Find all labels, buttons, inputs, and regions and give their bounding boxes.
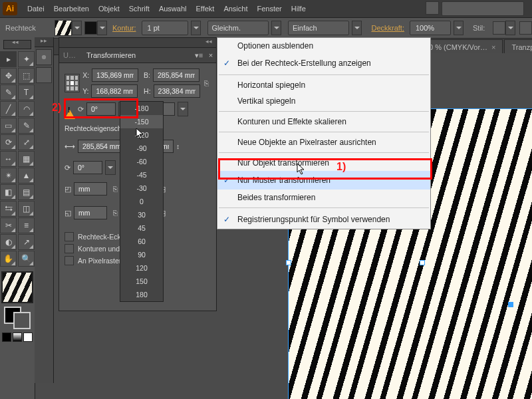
flyout-menu-item[interactable]: Bei der Rechteck-Erstellung anzeigen — [217, 54, 430, 72]
column-graph-tool[interactable]: ≡ — [18, 217, 35, 233]
rotate-field[interactable] — [86, 102, 116, 116]
angle-option[interactable]: 0 — [120, 195, 163, 208]
stroke-label[interactable]: Kontur: — [107, 24, 141, 32]
mesh-tool[interactable]: ◧ — [0, 184, 17, 200]
flyout-menu-item[interactable]: Beides transformieren — [217, 190, 430, 205]
flyout-menu-item[interactable]: Registrierungspunkt für Symbol verwenden — [217, 210, 430, 229]
flyout-menu-item[interactable]: Nur Muster transformieren — [217, 171, 430, 190]
angle-option[interactable]: 30 — [120, 208, 163, 221]
stroke-square[interactable] — [13, 312, 31, 329]
angle-option[interactable]: -180 — [120, 102, 163, 115]
fill-swatch[interactable] — [55, 20, 72, 36]
panel-flyout-icon[interactable]: ▾≡ — [192, 51, 205, 60]
zoom-tool[interactable]: 🔍 — [18, 251, 35, 267]
workspace-dropdown[interactable] — [426, 1, 439, 15]
link-wh-icon[interactable]: ⎘ — [203, 73, 211, 93]
fill-stroke-indicator[interactable] — [3, 307, 32, 329]
live-corner-widget[interactable] — [508, 302, 513, 307]
menu-item[interactable]: Schrift — [124, 0, 154, 17]
document-tab[interactable]: Tranzparenz… — [504, 39, 532, 55]
menu-item[interactable]: Objekt — [94, 0, 124, 17]
panel-collapse[interactable]: ◂◂ — [59, 38, 216, 48]
rect-rotate-dropdown[interactable] — [105, 160, 116, 175]
scale-tool[interactable]: ⤢ — [18, 134, 35, 150]
direct-selection-tool[interactable]: ✦ — [18, 51, 35, 67]
angle-option[interactable]: 120 — [120, 261, 163, 275]
rect-rotate-field[interactable] — [73, 161, 102, 174]
angle-option[interactable]: -150 — [120, 115, 163, 128]
angle-option[interactable]: 45 — [120, 221, 163, 235]
magic-wand-tool[interactable]: ✥ — [0, 68, 17, 84]
w-field[interactable] — [153, 68, 200, 82]
menu-item[interactable]: Ansicht — [219, 0, 252, 17]
fill-dropdown[interactable] — [72, 21, 82, 35]
width-tool[interactable]: ↔ — [0, 151, 17, 167]
current-fill-swatch[interactable] — [1, 271, 33, 303]
angle-option[interactable]: 90 — [120, 248, 163, 261]
corner-bl-field[interactable] — [74, 206, 107, 219]
stroke-weight-field[interactable] — [142, 21, 188, 35]
stroke-weight-dropdown[interactable] — [191, 21, 201, 35]
flyout-menu-item[interactable]: Horizontal spiegeln — [217, 77, 430, 93]
opacity-dropdown[interactable] — [454, 21, 464, 35]
artboard-tool[interactable]: ◐ — [0, 234, 17, 250]
h-field[interactable] — [154, 84, 200, 98]
hand-tool[interactable]: ✋ — [0, 251, 17, 267]
paintbrush-tool[interactable]: ✎ — [18, 118, 35, 134]
none-mode[interactable] — [23, 332, 33, 342]
color-mode[interactable] — [2, 332, 11, 342]
angle-option[interactable]: -120 — [120, 128, 163, 142]
color-panel-icon[interactable] — [36, 49, 52, 65]
stroke-profile-select[interactable]: Einfach — [288, 21, 349, 35]
menu-item[interactable]: Fenster — [252, 0, 286, 17]
panel-title-bar[interactable]: U… Transformieren ▾≡ × — [59, 48, 216, 63]
gradient-tool[interactable]: ▤ — [18, 184, 35, 200]
flyout-menu-item[interactable]: Optionen ausblenden — [217, 38, 430, 54]
rotate-angle-dropdown-list[interactable]: -180-150-120-90-60-45-300304560901201501… — [120, 101, 164, 302]
angle-option[interactable]: -45 — [120, 168, 163, 182]
menu-item[interactable]: Datei — [23, 0, 49, 17]
slice-tool[interactable]: ↗ — [18, 234, 35, 250]
flyout-menu-item[interactable]: Nur Objekt transformieren — [217, 155, 430, 171]
opacity-label[interactable]: Deckkraft: — [366, 24, 410, 32]
menu-item[interactable]: Auswahl — [154, 0, 192, 17]
corner-tl-field[interactable] — [74, 182, 107, 196]
stroke-align-select[interactable]: Gleichm. — [207, 21, 269, 35]
perspective-tool[interactable]: ▲ — [18, 168, 35, 184]
link-corners-icon2[interactable]: ⎘ — [110, 203, 120, 223]
rect-w-field[interactable] — [78, 140, 124, 153]
selection-center[interactable] — [420, 260, 425, 265]
angle-option[interactable]: -60 — [120, 155, 163, 168]
menu-item[interactable]: Bearbeiten — [49, 0, 94, 17]
transform-flyout-menu[interactable]: Optionen ausblendenBei der Rechteck-Erst… — [217, 37, 431, 229]
expand-panels[interactable]: ▸▸ — [35, 37, 53, 47]
style-dropdown[interactable] — [505, 21, 515, 35]
stroke-profile-dropdown[interactable] — [352, 21, 362, 35]
shape-builder-tool[interactable]: ✴ — [0, 168, 17, 184]
line-tool[interactable]: ╱ — [0, 101, 17, 117]
stroke-align-dropdown[interactable] — [271, 21, 281, 35]
close-icon[interactable]: × — [491, 40, 495, 55]
shear-dropdown[interactable] — [178, 102, 188, 116]
panel-close-icon[interactable]: × — [205, 51, 216, 59]
selection-handle[interactable] — [286, 260, 291, 265]
opacity-field[interactable] — [410, 21, 451, 35]
flyout-menu-item[interactable]: Neue Objekte an Pixelraster ausrichten — [217, 134, 430, 150]
menu-item[interactable]: Effekt — [191, 0, 219, 17]
selection-tool[interactable]: ▸ — [0, 51, 17, 67]
swatches-panel-icon[interactable] — [36, 67, 52, 83]
style-swatch[interactable] — [493, 21, 505, 35]
angle-option[interactable]: 150 — [120, 275, 163, 288]
angle-option[interactable]: -90 — [120, 142, 163, 155]
link-corners-icon[interactable]: ⎘ — [110, 179, 120, 199]
lasso-tool[interactable]: ⬚ — [18, 68, 35, 84]
angle-option[interactable]: 180 — [120, 288, 163, 301]
eyedropper-tool[interactable]: ⮀ — [0, 201, 17, 217]
more-options-icon[interactable] — [519, 21, 532, 35]
arc-tool[interactable]: ◠ — [18, 101, 35, 117]
symbol-sprayer-tool[interactable]: ✂ — [0, 217, 17, 233]
gradient-mode[interactable] — [13, 332, 22, 342]
angle-option[interactable]: 60 — [120, 235, 163, 248]
stroke-dropdown[interactable] — [97, 21, 107, 35]
collapse-toolbox[interactable] — [3, 40, 31, 49]
